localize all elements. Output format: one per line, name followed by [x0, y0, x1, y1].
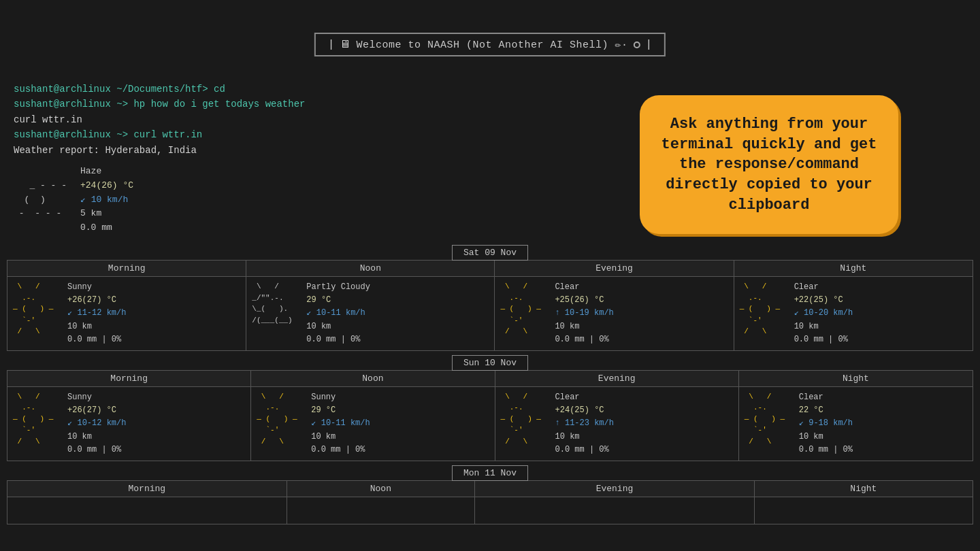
callout-text: Ask anything from your terminal quickly … — [662, 116, 877, 214]
day-sun: Sun 10 Nov Morning Noon Evening Night \ … — [7, 355, 973, 461]
haze-info: Haze +24(26) °C ↙ 10 km/h 5 km 0.0 mm — [80, 165, 133, 235]
day-mon: Mon 11 Nov Morning Noon Evening Night — [7, 465, 973, 524]
sat-evening-ascii: \ / .-. ― ( ) ― `-' / \ — [500, 281, 548, 337]
haze-ascii: _ - - - ( ) - - - - — [14, 165, 67, 235]
sat-morning: \ / .-. ― ( ) ― `-' / \ Sunny +26(27) °C… — [7, 277, 246, 351]
sun-evening: \ / .-. ― ( ) ― `-' / \ Clear +24(25) °C… — [495, 386, 738, 461]
col-evening-mon: Evening — [475, 480, 755, 497]
sun-noon-ascii: \ / .-. ― ( ) ― `-' / \ — [257, 391, 304, 448]
sun-evening-ascii: \ / .-. ― ( ) ― `-' / \ — [501, 391, 549, 448]
col-morning-sun: Morning — [7, 370, 251, 386]
sat-noon-info: Partly Cloudy 29 °C ↙ 10-11 km/h 10 km 0… — [306, 281, 370, 346]
day-label-sat: Sat 09 Nov — [452, 245, 528, 261]
col-noon-sun: Noon — [251, 370, 495, 386]
day-label-sun: Sun 10 Nov — [452, 355, 528, 371]
mon-noon — [287, 497, 475, 524]
col-morning: Morning — [7, 261, 246, 277]
sat-evening-info: Clear +25(26) °C ↑ 10-19 km/h 10 km 0.0 … — [555, 281, 613, 346]
day-sat: Sat 09 Nov Morning Noon Evening Night \ … — [7, 245, 973, 351]
col-night-sun: Night — [738, 370, 973, 386]
pipe-left: | — [328, 39, 335, 51]
sun-night-ascii: \ / .-. ― ( ) ― `-' / \ — [745, 391, 792, 448]
col-noon-mon: Noon — [287, 480, 475, 497]
mon-night — [754, 497, 973, 524]
sun-morning-ascii: \ / .-. ― ( ) ― `-' / \ — [13, 391, 61, 448]
dot-icon — [634, 41, 640, 48]
weather-table-sun: Morning Noon Evening Night \ / .-. ― ( )… — [7, 370, 973, 461]
mon-evening — [475, 497, 755, 524]
sat-night-info: Clear +22(25) °C ↙ 10-20 km/h 10 km 0.0 … — [794, 281, 853, 346]
sun-night: \ / .-. ― ( ) ― `-' / \ Clear 22 °C ↙ 9-… — [738, 386, 973, 461]
sat-noon: \ / _/"".-. \_( ). /(___(__) Partly Clou… — [246, 277, 495, 351]
pipe-right: | — [646, 39, 653, 51]
weather-table-sat: Morning Noon Evening Night \ / .-. ― ( )… — [7, 260, 973, 351]
sat-morning-info: Sunny +26(27) °C ↙ 11-12 km/h 10 km 0.0 … — [67, 281, 126, 346]
sat-night: \ / .-. ― ( ) ― `-' / \ Clear +22(25) °C… — [734, 277, 973, 351]
day-label-mon: Mon 11 Nov — [452, 465, 528, 481]
sun-noon: \ / .-. ― ( ) ― `-' / \ Sunny 29 °C ↙ 10… — [251, 386, 495, 461]
sun-evening-info: Clear +24(25) °C ↑ 11-23 km/h 10 km 0.0 … — [555, 391, 614, 456]
sun-night-info: Clear 22 °C ↙ 9-18 km/h 10 km 0.0 mm | 0… — [799, 391, 853, 456]
col-evening: Evening — [495, 261, 734, 277]
weather-table-mon: Morning Noon Evening Night — [7, 480, 973, 524]
col-night: Night — [734, 261, 973, 277]
title-bar: | 🖥 Welcome to NAASH (Not Another AI She… — [314, 33, 666, 56]
col-night-mon: Night — [754, 480, 973, 497]
app-title: Welcome to NAASH (Not Another AI Shell) … — [356, 38, 627, 51]
sat-night-ascii: \ / .-. ― ( ) ― `-' / \ — [740, 281, 787, 337]
col-evening-sun: Evening — [495, 370, 738, 386]
weather-area: Sat 09 Nov Morning Noon Evening Night \ … — [0, 245, 980, 529]
sun-morning-info: Sunny +26(27) °C ↙ 10-12 km/h 10 km 0.0 … — [67, 391, 126, 456]
sat-evening: \ / .-. ― ( ) ― `-' / \ Clear +25(26) °C… — [495, 277, 734, 351]
col-morning-mon: Morning — [7, 480, 287, 497]
callout-bubble: Ask anything from your terminal quickly … — [640, 95, 898, 234]
sun-noon-info: Sunny 29 °C ↙ 10-11 km/h 10 km 0.0 mm | … — [311, 391, 370, 456]
mon-morning — [7, 497, 287, 524]
sun-morning: \ / .-. ― ( ) ― `-' / \ Sunny +26(27) °C… — [7, 386, 251, 461]
col-noon: Noon — [246, 261, 495, 277]
terminal-icon: 🖥 — [340, 38, 350, 51]
sat-morning-ascii: \ / .-. ― ( ) ― `-' / \ — [13, 281, 61, 337]
sat-noon-ascii: \ / _/"".-. \_( ). /(___(__) — [252, 281, 299, 326]
